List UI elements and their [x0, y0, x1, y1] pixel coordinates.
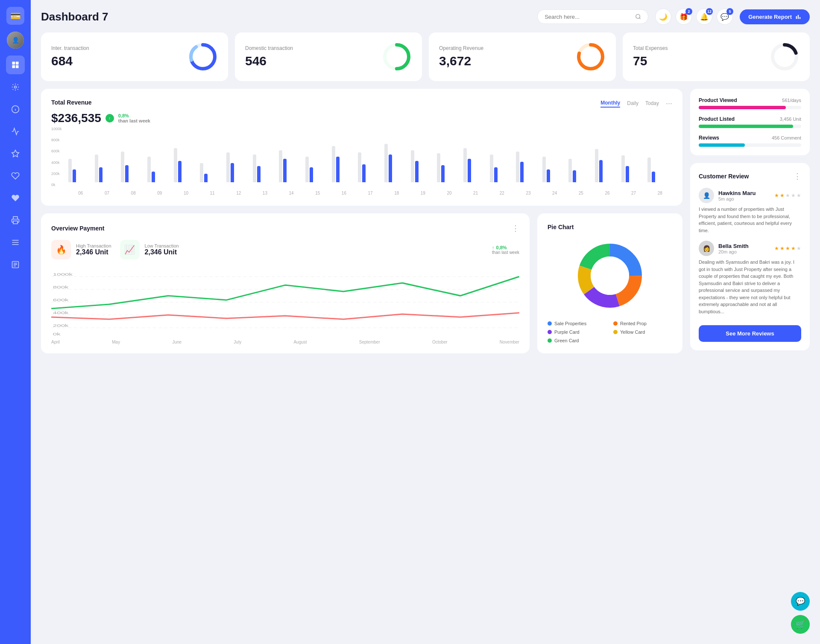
- bar-group-21: [621, 155, 646, 182]
- search-input[interactable]: [545, 14, 632, 20]
- bar-blue-2: [125, 165, 129, 182]
- bar-blue-8: [283, 159, 287, 182]
- header-icons: 🌙 🎁 2 🔔 12 💬 5: [655, 9, 733, 25]
- svg-rect-21: [800, 17, 800, 19]
- revenue-amount-row: $236,535 ↑ 0,8% than last week: [51, 111, 672, 125]
- revenue-tabs: Monthly Daily Today ···: [600, 99, 672, 108]
- stars-1: ★ ★ ★ ★ ★: [774, 245, 801, 251]
- bar-x-label-16: 22: [490, 191, 515, 195]
- payment-x-labels: April May June July August September Oct…: [51, 340, 519, 344]
- sidebar-logo[interactable]: 💳: [6, 7, 24, 25]
- sidebar-avatar[interactable]: 👤: [7, 32, 24, 49]
- bell-icon-btn[interactable]: 🔔 12: [696, 9, 712, 25]
- generate-report-button[interactable]: Generate Report: [740, 9, 810, 24]
- bar-blue-13: [415, 161, 419, 182]
- bar-gray-20: [595, 149, 598, 182]
- svg-text:400k: 400k: [53, 311, 69, 315]
- legend-sale: Sale Properties: [548, 321, 606, 326]
- main-panel: Total Revenue Monthly Daily Today ··· $2…: [41, 89, 682, 353]
- fab-container: 💬 🛒: [791, 592, 810, 634]
- fab-chat[interactable]: 💬: [791, 592, 810, 611]
- svg-text:800k: 800k: [53, 285, 69, 289]
- legend-dot-green: [548, 338, 552, 343]
- sidebar-item-print[interactable]: [6, 211, 25, 230]
- revenue-amount-value: $236,535: [51, 111, 101, 125]
- bar-x-label-22: 28: [647, 191, 672, 195]
- bar-group-5: [200, 163, 225, 182]
- review-more-menu[interactable]: ⋮: [794, 172, 801, 181]
- bar-x-label-11: 17: [358, 191, 383, 195]
- chat-icon-btn[interactable]: 💬 5: [717, 9, 733, 25]
- gift-icon-btn[interactable]: 🎁 2: [676, 9, 692, 25]
- bar-x-label-8: 14: [279, 191, 304, 195]
- sidebar-item-heart2[interactable]: [6, 189, 25, 207]
- svg-rect-19: [796, 16, 797, 19]
- bar-chart-icon: [795, 14, 801, 20]
- svg-text:600k: 600k: [53, 298, 69, 302]
- bar-blue-15: [468, 159, 471, 182]
- bar-group-16: [490, 154, 515, 182]
- bar-blue-17: [520, 162, 524, 182]
- fab-cart[interactable]: 🛒: [791, 615, 810, 634]
- sidebar-item-heart[interactable]: [6, 166, 25, 185]
- bar-group-10: [332, 146, 357, 182]
- bar-gray-16: [490, 154, 493, 182]
- tx-row: 🔥 High Transaction 2,346 Unit 📈 Low Tran…: [51, 240, 519, 259]
- bar-gray-18: [542, 157, 546, 182]
- bar-x-label-4: 10: [174, 191, 199, 195]
- payment-more-menu[interactable]: ⋮: [512, 224, 519, 233]
- bar-blue-22: [652, 172, 655, 182]
- bar-group-18: [542, 157, 567, 182]
- search-bar[interactable]: [537, 9, 648, 24]
- sidebar-item-dashboard[interactable]: [6, 55, 25, 74]
- bar-blue-7: [257, 166, 261, 182]
- bar-gray-12: [384, 144, 388, 182]
- sidebar-item-list[interactable]: [6, 255, 25, 274]
- bar-blue-0: [73, 169, 76, 182]
- sidebar-item-settings[interactable]: [6, 78, 25, 96]
- bar-blue-4: [178, 161, 182, 182]
- bar-blue-1: [99, 167, 102, 182]
- bar-gray-11: [358, 152, 361, 182]
- theme-toggle[interactable]: 🌙: [655, 9, 671, 25]
- sidebar-item-menu[interactable]: [6, 233, 25, 252]
- bar-group-19: [568, 159, 593, 182]
- reviewer-time-1: 20m ago: [718, 249, 749, 254]
- product-viewed-row: Product Viewed 561/days: [699, 97, 801, 109]
- svg-rect-3: [16, 65, 19, 68]
- stat-card-inter: Inter. transaction 684: [41, 32, 228, 81]
- bar-x-label-19: 25: [568, 191, 593, 195]
- sidebar-item-analytics[interactable]: [6, 122, 25, 141]
- product-listed-label: Product Listed: [699, 116, 735, 122]
- payment-card: Overview Payment ⋮ 🔥 High Transaction 2,…: [41, 213, 530, 353]
- legend-dot-purple: [548, 330, 552, 334]
- legend-dot-sale: [548, 321, 552, 326]
- bar-group-13: [411, 150, 436, 182]
- tab-daily[interactable]: Daily: [627, 100, 638, 107]
- revenue-sub-label: than last week: [118, 118, 150, 123]
- product-stats-card: Product Viewed 561/days Product Listed 3…: [690, 89, 810, 155]
- revenue-more-menu[interactable]: ···: [666, 99, 672, 108]
- line-chart: 1000k 800k 600k 400k 200k 0k April May J…: [51, 268, 519, 336]
- bar-group-3: [147, 157, 172, 182]
- expenses-label: Total Expenses: [633, 45, 668, 51]
- payment-title: Overview Payment: [51, 225, 105, 232]
- header: Dashboard 7 🌙 🎁 2 🔔 12 💬 5 Generate Repo…: [41, 9, 810, 25]
- sidebar-item-star[interactable]: [6, 144, 25, 163]
- see-more-reviews-button[interactable]: See More Reviews: [699, 325, 801, 342]
- bar-gray-4: [174, 148, 177, 182]
- bar-x-label-9: 15: [305, 191, 330, 195]
- tab-today[interactable]: Today: [645, 100, 659, 107]
- tab-monthly[interactable]: Monthly: [600, 100, 620, 108]
- bar-x-labels: 0607080910111213141516171819202122232425…: [68, 191, 672, 195]
- low-tx-pct: ↑ 0,8%: [492, 245, 519, 250]
- bar-blue-19: [573, 170, 576, 182]
- pie-card: Pie Chart: [537, 213, 682, 353]
- svg-rect-20: [798, 15, 799, 19]
- bar-x-label-17: 23: [516, 191, 541, 195]
- product-listed-value: 3,456 Unit: [780, 117, 801, 122]
- bar-blue-9: [310, 167, 313, 182]
- sidebar-item-info[interactable]: [6, 100, 25, 119]
- high-tx-value: 2,346 Unit: [76, 248, 111, 256]
- product-listed-bar: [699, 125, 801, 128]
